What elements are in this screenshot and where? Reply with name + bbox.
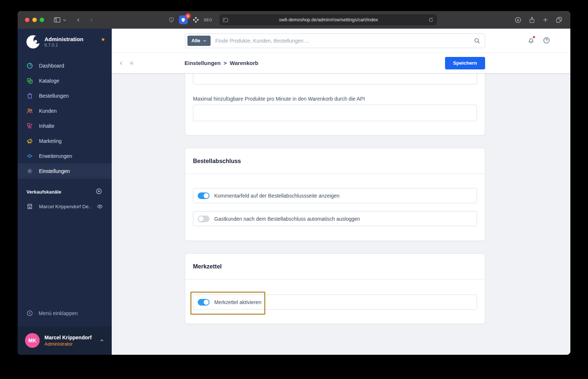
- downloads-icon[interactable]: [514, 17, 521, 24]
- sales-channel-item[interactable]: Marcel Krippendorf De...: [18, 199, 112, 214]
- api-limit-label: Maximal hinzufügbare Produkte pro Minute…: [193, 96, 477, 102]
- browser-back-button[interactable]: [76, 18, 81, 22]
- wishlist-card: Merkzettel Merkzettel aktivieren: [185, 253, 485, 324]
- traffic-lights: [25, 18, 44, 22]
- diamond-extension-icon[interactable]: [192, 16, 200, 24]
- app-title: Administration: [44, 36, 83, 43]
- marketing-icon: [26, 138, 33, 144]
- sidebar-item-inhalte[interactable]: Inhalte: [18, 118, 112, 133]
- sales-channel-name: Marcel Krippendorf De...: [39, 204, 91, 209]
- tab-overview-icon[interactable]: [556, 17, 562, 23]
- sidebar-item-label: Marketing: [39, 138, 61, 144]
- top-header: Alle: [112, 29, 570, 53]
- content-icon: [26, 123, 33, 129]
- share-icon[interactable]: [529, 17, 535, 24]
- sidebar-item-bestellungen[interactable]: Bestellungen: [18, 88, 112, 103]
- breadcrumb-separator: >: [223, 60, 227, 66]
- shopware-logo-icon: [26, 35, 40, 48]
- cart-setting-input[interactable]: [193, 73, 477, 84]
- user-name: Marcel Krippendorf: [44, 334, 92, 341]
- collapse-menu-button[interactable]: Menü einklappen: [18, 305, 112, 322]
- help-icon[interactable]: [543, 37, 550, 46]
- sidebar-item-einstellungen[interactable]: Einstellungen: [18, 163, 112, 178]
- guest-logout-toggle-row: Gastkunden nach dem Bestellabschluss aut…: [193, 211, 477, 226]
- comment-field-toggle-row: Kommentarfeld auf der Bestellabschlussse…: [193, 188, 477, 203]
- maximize-window-button[interactable]: [40, 18, 44, 22]
- app-logo-block: Administration 6.7.0.1: [18, 29, 112, 53]
- sidebar-item-kunden[interactable]: Kunden: [18, 103, 112, 118]
- seo-extension-icon[interactable]: SEO: [204, 18, 212, 22]
- breadcrumb-current: Warenkorb: [230, 60, 258, 66]
- search-input[interactable]: [215, 38, 474, 44]
- sidebar-item-label: Inhalte: [39, 123, 54, 129]
- search-scope-dropdown[interactable]: Alle: [187, 36, 211, 46]
- browser-sidebar-toggle-icon[interactable]: [54, 17, 61, 23]
- toggle-label: Gastkunden nach dem Bestellabschluss aut…: [214, 216, 360, 222]
- extension-badge: 3: [185, 13, 191, 19]
- search-icon[interactable]: [474, 37, 480, 44]
- smart-bar: Einstellungen > Warenkorb Speichern: [112, 53, 570, 73]
- sidebar-item-label: Einstellungen: [39, 168, 70, 174]
- extensions-icon: [26, 153, 33, 159]
- shield-extension-icon[interactable]: [168, 17, 175, 23]
- sidebar-item-label: Erweiterungen: [39, 153, 72, 159]
- card-title: Merkzettel: [193, 263, 222, 270]
- main-navigation: Dashboard Kataloge Bestellungen: [18, 58, 112, 178]
- update-indicator-dot: [102, 38, 104, 41]
- orders-icon: [26, 93, 33, 99]
- sidebar-item-erweiterungen[interactable]: Erweiterungen: [18, 148, 112, 163]
- notifications-bell-icon[interactable]: [527, 37, 535, 46]
- wishlist-toggle-row: Merkzettel aktivieren: [193, 295, 477, 310]
- minimize-window-button[interactable]: [32, 18, 37, 22]
- toggle-label: Merkzettel aktivieren: [214, 299, 261, 305]
- new-tab-icon[interactable]: [542, 17, 548, 23]
- guest-logout-toggle[interactable]: [198, 216, 209, 222]
- sidebar-item-label: Bestellungen: [39, 93, 69, 99]
- catalogues-icon: [26, 77, 33, 84]
- collapse-chevron-icon: [26, 310, 33, 317]
- avatar: MK: [25, 333, 40, 348]
- sidebar-item-marketing[interactable]: Marketing: [18, 133, 112, 148]
- customers-icon: [26, 108, 33, 114]
- settings-content: Maximal hinzufügbare Produkte pro Minute…: [112, 73, 570, 355]
- save-button[interactable]: Speichern: [445, 57, 485, 69]
- sidebar-item-label: Dashboard: [39, 63, 64, 69]
- url-text: sw6-demoshop.de/admin#/sw/settings/cart/…: [228, 17, 429, 22]
- breadcrumb-parent[interactable]: Einstellungen: [184, 60, 220, 66]
- toggle-label: Kommentarfeld auf der Bestellabschlussse…: [214, 193, 340, 199]
- add-sales-channel-button[interactable]: [96, 188, 103, 195]
- sales-channels-header: Verkaufskanäle: [18, 188, 112, 195]
- chevron-down-icon[interactable]: [62, 18, 67, 22]
- browser-forward-button[interactable]: [89, 18, 94, 22]
- api-limit-input[interactable]: [193, 105, 477, 121]
- sidebar-item-label: Kunden: [39, 108, 57, 114]
- user-menu[interactable]: MK Marcel Krippendorf Administrator: [18, 326, 112, 355]
- browser-titlebar: 3 SEO sw6-demoshop.de/admin#/sw/settings…: [18, 11, 570, 29]
- breadcrumb: Einstellungen > Warenkorb: [184, 60, 258, 66]
- wishlist-toggle[interactable]: [198, 299, 209, 306]
- admin-sidebar: Administration 6.7.0.1 Dashboard Katalog: [18, 29, 112, 355]
- reload-icon[interactable]: [429, 17, 434, 22]
- storefront-icon: [26, 203, 33, 210]
- eye-icon[interactable]: [97, 203, 103, 210]
- privacy-extension-icon[interactable]: 3: [179, 15, 188, 24]
- comment-field-toggle[interactable]: [198, 192, 209, 199]
- collapse-menu-label: Menü einklappen: [39, 310, 78, 316]
- close-window-button[interactable]: [25, 18, 29, 22]
- smartbar-settings-icon[interactable]: [129, 60, 135, 66]
- sales-channels-label: Verkaufskanäle: [26, 189, 61, 195]
- search-scope-label: Alle: [191, 38, 200, 43]
- smartbar-back-icon[interactable]: [118, 60, 124, 66]
- notification-dot: [533, 36, 535, 39]
- browser-window: 3 SEO sw6-demoshop.de/admin#/sw/settings…: [18, 11, 570, 355]
- reader-view-icon[interactable]: [223, 18, 228, 22]
- card-title: Bestellabschluss: [193, 158, 241, 165]
- chevron-up-icon: [99, 338, 104, 343]
- address-bar[interactable]: sw6-demoshop.de/admin#/sw/settings/cart/…: [219, 14, 437, 25]
- dashboard-icon: [26, 62, 33, 69]
- settings-gear-icon: [26, 168, 33, 174]
- sidebar-item-dashboard[interactable]: Dashboard: [18, 58, 112, 73]
- global-search[interactable]: Alle: [185, 33, 485, 48]
- cart-settings-card: Maximal hinzufügbare Produkte pro Minute…: [185, 73, 485, 136]
- sidebar-item-kataloge[interactable]: Kataloge: [18, 73, 112, 88]
